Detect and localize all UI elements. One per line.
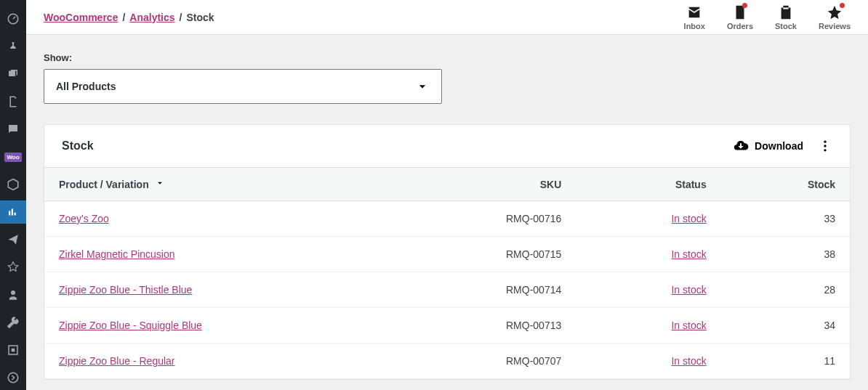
cell-stock: 28 [721, 272, 850, 308]
topbar: WooCommerce / Analytics / Stock Inbox Or… [26, 0, 868, 35]
card-title: Stock [62, 139, 94, 153]
cell-status: In stock [576, 201, 720, 237]
cell-stock: 34 [721, 308, 850, 344]
woo-badge-icon: Woo [4, 153, 21, 162]
cell-status: In stock [576, 237, 720, 272]
topbar-orders-label: Orders [727, 22, 753, 31]
sidebar-item-tools[interactable] [0, 311, 26, 334]
product-link[interactable]: Zippie Zoo Blue - Regular [59, 355, 175, 367]
mail-icon [686, 4, 702, 20]
sidebar-item-media[interactable] [0, 62, 26, 86]
col-stock[interactable]: Stock [721, 168, 850, 201]
filter-selected-value: All Products [56, 81, 116, 92]
stock-table: Product / Variation SKU Status Stock Zoe… [44, 167, 850, 379]
table-row: Zippie Zoo Blue - RegularRMQ-00707In sto… [44, 344, 850, 379]
cloud-download-icon [733, 138, 749, 154]
card-header: Stock Download [44, 125, 850, 167]
cell-product: Zirkel Magnetic Pincusion [44, 237, 431, 272]
status-link[interactable]: In stock [671, 248, 706, 260]
col-product[interactable]: Product / Variation [44, 168, 431, 201]
cell-stock: 11 [721, 344, 850, 379]
table-row: Zippie Zoo Blue - Squiggle BlueRMQ-00713… [44, 308, 850, 344]
sidebar-item-marketing[interactable] [0, 228, 26, 251]
topbar-stock-label: Stock [775, 22, 797, 31]
stock-card: Stock Download [44, 124, 851, 380]
status-link[interactable]: In stock [671, 284, 706, 296]
topbar-reviews[interactable]: Reviews [819, 4, 851, 31]
sidebar-item-settings[interactable] [0, 338, 26, 362]
col-product-label: Product / Variation [59, 179, 149, 190]
chevron-down-icon [155, 178, 165, 190]
cell-sku: RMQ-00714 [431, 272, 576, 308]
col-status[interactable]: Status [576, 168, 720, 201]
breadcrumb-analytics[interactable]: Analytics [129, 12, 174, 23]
clipboard-icon [778, 4, 794, 20]
cell-product: Zippie Zoo Blue - Thistle Blue [44, 272, 431, 308]
breadcrumb-sep: / [180, 12, 182, 23]
svg-point-5 [824, 145, 826, 147]
status-link[interactable]: In stock [671, 320, 706, 331]
more-button[interactable] [818, 139, 832, 153]
svg-rect-2 [12, 349, 15, 352]
cell-product: Zippie Zoo Blue - Regular [44, 344, 431, 379]
cell-product: Zoey's Zoo [44, 201, 431, 237]
cell-stock: 38 [721, 237, 850, 272]
status-link[interactable]: In stock [671, 355, 706, 367]
breadcrumb-current: Stock [186, 12, 214, 23]
topbar-orders[interactable]: Orders [727, 4, 753, 31]
breadcrumb-woocommerce[interactable]: WooCommerce [44, 12, 118, 23]
product-link[interactable]: Zippie Zoo Blue - Thistle Blue [59, 284, 192, 296]
cell-status: In stock [576, 272, 720, 308]
cell-sku: RMQ-00716 [431, 201, 576, 237]
chevron-down-icon [415, 79, 430, 94]
topbar-reviews-label: Reviews [819, 22, 851, 31]
notification-dot-icon [742, 3, 747, 8]
main-area: WooCommerce / Analytics / Stock Inbox Or… [26, 0, 868, 390]
table-row: Zirkel Magnetic PincusionRMQ-00715In sto… [44, 237, 850, 272]
breadcrumb: WooCommerce / Analytics / Stock [44, 12, 214, 23]
sidebar-item-dashboard[interactable] [0, 7, 26, 31]
product-link[interactable]: Zippie Zoo Blue - Squiggle Blue [59, 320, 202, 331]
cell-product: Zippie Zoo Blue - Squiggle Blue [44, 308, 431, 344]
more-vertical-icon [818, 139, 832, 153]
sidebar-item-appearance[interactable] [0, 256, 26, 279]
sidebar-item-collapse[interactable] [0, 366, 26, 389]
cell-stock: 33 [721, 201, 850, 237]
cell-sku: RMQ-00715 [431, 237, 576, 272]
admin-sidebar: Woo [0, 0, 26, 390]
sidebar-item-pin[interactable] [0, 35, 26, 58]
topbar-actions: Inbox Orders Stock Reviews [684, 4, 851, 31]
sidebar-item-comments[interactable] [0, 118, 26, 141]
topbar-inbox[interactable]: Inbox [684, 4, 705, 31]
col-sku[interactable]: SKU [431, 168, 576, 201]
cell-sku: RMQ-00713 [431, 308, 576, 344]
download-button[interactable]: Download [733, 138, 803, 154]
notification-dot-icon [840, 3, 845, 8]
product-link[interactable]: Zirkel Magnetic Pincusion [59, 248, 175, 260]
status-link[interactable]: In stock [671, 213, 706, 224]
cell-status: In stock [576, 344, 720, 379]
table-row: Zoey's ZooRMQ-00716In stock33 [44, 201, 850, 237]
sidebar-item-products[interactable] [0, 173, 26, 196]
svg-point-4 [824, 141, 826, 143]
sidebar-item-woocommerce[interactable]: Woo [0, 145, 26, 168]
topbar-inbox-label: Inbox [684, 22, 705, 31]
filter-label: Show: [44, 52, 851, 63]
sidebar-item-users[interactable] [0, 283, 26, 306]
download-label: Download [755, 140, 803, 152]
svg-point-3 [8, 373, 18, 383]
product-filter-select[interactable]: All Products [44, 69, 442, 104]
topbar-stock[interactable]: Stock [775, 4, 797, 31]
product-link[interactable]: Zoey's Zoo [59, 213, 109, 224]
sidebar-item-pages[interactable] [0, 90, 26, 113]
table-row: Zippie Zoo Blue - Thistle BlueRMQ-00714I… [44, 272, 850, 308]
sidebar-item-analytics[interactable] [0, 200, 26, 224]
svg-point-6 [824, 149, 826, 151]
cell-sku: RMQ-00707 [431, 344, 576, 379]
breadcrumb-sep: / [122, 12, 125, 23]
content: Show: All Products Stock Download [26, 35, 868, 390]
cell-status: In stock [576, 308, 720, 344]
